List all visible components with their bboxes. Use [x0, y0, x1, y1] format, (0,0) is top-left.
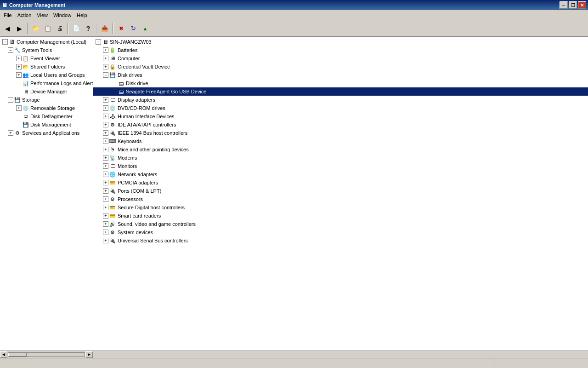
menu-view[interactable]: View — [34, 12, 51, 19]
credential-vault-expand[interactable]: + — [103, 64, 108, 69]
right-processors[interactable]: + ⚙ Processors — [93, 195, 588, 203]
usb-expand[interactable]: + — [103, 238, 108, 243]
left-storage[interactable]: − 💾 Storage — [0, 96, 93, 104]
ports-expand[interactable]: + — [103, 188, 108, 194]
right-batteries[interactable]: + 🔋 Batteries — [93, 46, 588, 54]
root-expand[interactable]: − — [2, 39, 8, 45]
ide-atapi-expand[interactable]: + — [103, 122, 108, 127]
processors-expand[interactable]: + — [103, 196, 108, 202]
right-root-expand[interactable]: − — [96, 39, 101, 45]
modems-expand[interactable]: + — [103, 155, 108, 161]
monitors-expand[interactable]: + — [103, 163, 108, 169]
menu-file[interactable]: File — [1, 12, 15, 19]
left-perf-logs[interactable]: 📊 Performance Logs and Alerts — [0, 79, 93, 87]
right-sound-video[interactable]: + 🔊 Sound, video and game controllers — [93, 220, 588, 228]
services-apps-expand[interactable]: + — [8, 130, 13, 136]
batteries-expand[interactable]: + — [103, 47, 108, 53]
refresh-button[interactable]: ↻ — [128, 23, 139, 34]
close-button[interactable]: ✕ — [578, 1, 586, 9]
computer-expand[interactable]: + — [103, 56, 108, 61]
left-scroll-right[interactable]: ▶ — [85, 351, 93, 358]
mice-expand[interactable]: + — [103, 147, 108, 152]
right-secure-digital[interactable]: + 💳 Secure Digital host controllers — [93, 203, 588, 212]
dvd-cdrom-expand[interactable]: + — [103, 105, 108, 111]
disk-drives-label: Disk drives — [118, 72, 142, 78]
left-device-manager[interactable]: 🖥 Device Manager — [0, 87, 93, 96]
smart-card-expand[interactable]: + — [103, 213, 108, 218]
left-event-viewer[interactable]: + 📋 Event Viewer — [0, 54, 93, 63]
left-disk-mgmt[interactable]: 💾 Disk Management — [0, 121, 93, 129]
removable-expand[interactable]: + — [16, 105, 22, 111]
right-ieee1394[interactable]: + 🔌 IEEE 1394 Bus host controllers — [93, 129, 588, 137]
human-interface-expand[interactable]: + — [103, 114, 108, 119]
menu-action[interactable]: Action — [15, 12, 34, 19]
menu-window[interactable]: Window — [51, 12, 74, 19]
disk-drives-expand[interactable]: − — [103, 72, 108, 78]
help-button[interactable]: ? — [83, 23, 94, 34]
left-disk-defrag[interactable]: 🗂 Disk Defragmenter — [0, 112, 93, 121]
sound-video-label: Sound, video and game controllers — [118, 221, 196, 227]
right-display-adapters[interactable]: + 🖵 Display adapters — [93, 96, 588, 104]
right-pcmcia[interactable]: + 💳 PCMCIA adapters — [93, 178, 588, 187]
up-button[interactable]: 📁 — [30, 23, 41, 34]
secure-digital-expand[interactable]: + — [103, 205, 108, 210]
right-disk-drive-child[interactable]: 🖴 Disk drive — [93, 79, 588, 87]
right-computer[interactable]: + 🖥 Computer — [93, 54, 588, 63]
right-system-devices[interactable]: + ⚙ System devices — [93, 228, 588, 236]
ieee1394-expand[interactable]: + — [103, 130, 108, 136]
print-button[interactable]: 🖨 — [54, 23, 65, 34]
back-button[interactable]: ◀ — [2, 23, 13, 34]
right-ide-atapi[interactable]: + ⚙ IDE ATA/ATAPI controllers — [93, 121, 588, 129]
right-ports[interactable]: + 🔌 Ports (COM & LPT) — [93, 187, 588, 195]
right-mice[interactable]: + 🖱 Mice and other pointing devices — [93, 145, 588, 154]
left-shared-folders[interactable]: + 📂 Shared Folders — [0, 63, 93, 71]
human-interface-icon: 🕹 — [109, 113, 116, 120]
display-adapters-expand[interactable]: + — [103, 97, 108, 103]
sound-video-expand[interactable]: + — [103, 221, 108, 227]
minimize-button[interactable]: ─ — [560, 1, 568, 9]
local-users-expand[interactable]: + — [16, 72, 22, 78]
right-smart-card[interactable]: + 💳 Smart card readers — [93, 212, 588, 220]
update-button[interactable]: ▲ — [140, 23, 151, 34]
right-modems[interactable]: + 📡 Modems — [93, 154, 588, 162]
right-credential-vault[interactable]: + 🔒 Credential Vault Device — [93, 63, 588, 71]
storage-expand[interactable]: − — [8, 97, 13, 103]
properties-button[interactable]: 📄 — [71, 23, 82, 34]
left-scrollbar-track[interactable] — [8, 352, 85, 357]
storage-icon: 💾 — [14, 96, 21, 104]
left-root-node[interactable]: − 🖥 Computer Management (Local) — [0, 38, 93, 46]
right-seagate[interactable]: 🖴 Seagate FreeAgent Go USB Device — [93, 87, 588, 96]
right-dvd-cdrom[interactable]: + 💿 DVD/CD-ROM drives — [93, 104, 588, 112]
right-human-interface[interactable]: + 🕹 Human Interface Devices — [93, 112, 588, 121]
device-mgr-icon: 🖥 — [22, 88, 29, 95]
left-scroll-left[interactable]: ◀ — [0, 351, 7, 358]
system-devices-expand[interactable]: + — [103, 230, 108, 235]
right-disk-drives[interactable]: − 💾 Disk drives — [93, 71, 588, 79]
restore-button[interactable]: ❐ — [569, 1, 577, 9]
device-mgr-label: Device Manager — [30, 89, 67, 94]
event-viewer-expand[interactable]: + — [16, 56, 22, 61]
shared-folders-expand[interactable]: + — [16, 64, 22, 69]
network-adapters-expand[interactable]: + — [103, 172, 108, 177]
right-monitors[interactable]: + 🖵 Monitors — [93, 162, 588, 170]
left-services-apps[interactable]: + ⚙ Services and Applications — [0, 129, 93, 137]
export-button[interactable]: 📤 — [99, 23, 110, 34]
left-system-tools[interactable]: − 🔧 System Tools — [0, 46, 93, 54]
system-tools-icon: 🔧 — [14, 46, 21, 54]
right-keyboards[interactable]: + ⌨ Keyboards — [93, 137, 588, 145]
left-local-users[interactable]: + 👥 Local Users and Groups — [0, 71, 93, 79]
left-scrollbar-thumb[interactable] — [8, 353, 27, 356]
right-network-adapters[interactable]: + 🌐 Network adapters — [93, 170, 588, 178]
left-removable-storage[interactable]: + 💿 Removable Storage — [0, 104, 93, 112]
app-icon: 🖥 — [2, 2, 7, 8]
pcmcia-expand[interactable]: + — [103, 180, 108, 185]
show-hide-button[interactable]: 📋 — [42, 23, 53, 34]
right-usb[interactable]: + 🔌 Universal Serial Bus controllers — [93, 236, 588, 245]
right-root[interactable]: − 🖥 SIN-JWANGZW03 — [93, 38, 588, 46]
system-tools-expand[interactable]: − — [8, 47, 13, 53]
keyboards-expand[interactable]: + — [103, 138, 108, 144]
stop-button[interactable]: ✖ — [116, 23, 127, 34]
batteries-icon: 🔋 — [109, 46, 116, 54]
forward-button[interactable]: ▶ — [14, 23, 25, 34]
menu-help[interactable]: Help — [74, 12, 90, 19]
